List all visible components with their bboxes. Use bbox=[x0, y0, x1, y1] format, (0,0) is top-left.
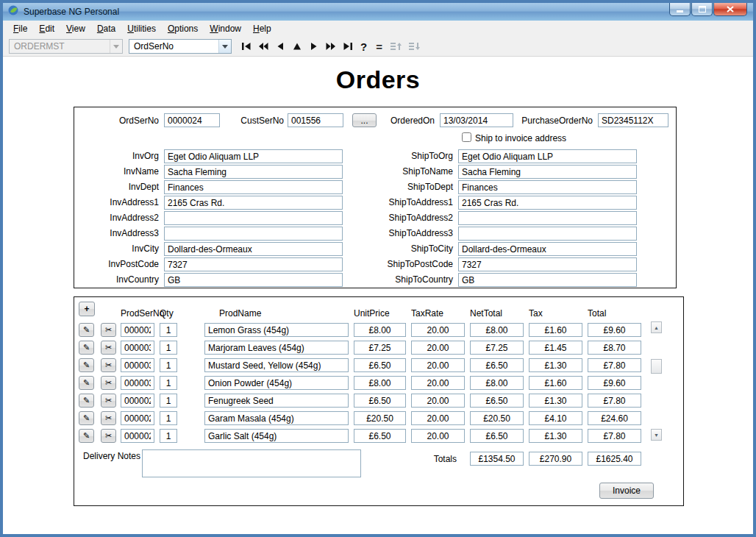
prodname-input[interactable] bbox=[204, 376, 349, 390]
shiptoaddress1-input[interactable] bbox=[458, 196, 637, 210]
menu-file[interactable]: File bbox=[7, 21, 33, 36]
prodname-input[interactable] bbox=[204, 394, 349, 408]
nettotal-input[interactable] bbox=[470, 411, 524, 425]
qty-input[interactable] bbox=[160, 323, 177, 337]
total-input[interactable] bbox=[588, 358, 641, 372]
prodserno-input[interactable] bbox=[121, 358, 154, 372]
menu-view[interactable]: View bbox=[60, 21, 91, 36]
chevron-down-icon[interactable] bbox=[218, 40, 231, 53]
totals-total-input[interactable] bbox=[588, 452, 641, 466]
unitprice-input[interactable] bbox=[354, 323, 406, 337]
qty-input[interactable] bbox=[160, 411, 177, 425]
total-input[interactable] bbox=[588, 394, 641, 408]
invcountry-input[interactable] bbox=[164, 273, 343, 287]
nettotal-input[interactable] bbox=[470, 323, 524, 337]
prodname-input[interactable] bbox=[204, 323, 349, 337]
prodname-input[interactable] bbox=[204, 429, 349, 443]
current-record-button[interactable] bbox=[290, 40, 303, 53]
shiptoorg-input[interactable] bbox=[458, 149, 637, 163]
invaddress2-input[interactable] bbox=[164, 211, 343, 225]
taxrate-input[interactable] bbox=[411, 358, 465, 372]
cut-row-button[interactable]: ✂ bbox=[101, 358, 116, 372]
last-record-button[interactable] bbox=[341, 40, 354, 53]
unitprice-input[interactable] bbox=[354, 341, 406, 355]
prodserno-input[interactable] bbox=[121, 411, 154, 425]
edit-row-button[interactable]: ✎ bbox=[79, 394, 94, 408]
first-record-button[interactable] bbox=[240, 40, 252, 53]
taxrate-input[interactable] bbox=[411, 323, 465, 337]
prodname-input[interactable] bbox=[204, 341, 349, 355]
maximize-button[interactable] bbox=[691, 3, 713, 16]
cut-row-button[interactable]: ✂ bbox=[101, 429, 116, 443]
nettotal-input[interactable] bbox=[470, 376, 524, 390]
custserno-input[interactable] bbox=[288, 113, 343, 127]
cut-row-button[interactable]: ✂ bbox=[101, 323, 116, 337]
menu-data[interactable]: Data bbox=[91, 21, 121, 36]
nettotal-input[interactable] bbox=[470, 429, 524, 443]
next-record-button[interactable] bbox=[307, 40, 320, 53]
menu-window[interactable]: Window bbox=[204, 21, 247, 36]
taxrate-input[interactable] bbox=[411, 429, 465, 443]
shiptocity-input[interactable] bbox=[458, 242, 637, 256]
taxrate-input[interactable] bbox=[411, 376, 465, 390]
shiptoaddress2-input[interactable] bbox=[458, 211, 637, 225]
unitprice-input[interactable] bbox=[354, 411, 406, 425]
ship-to-invoice-checkbox[interactable] bbox=[462, 132, 471, 142]
qty-input[interactable] bbox=[160, 341, 177, 355]
qty-input[interactable] bbox=[160, 394, 177, 408]
shiptodept-input[interactable] bbox=[458, 180, 637, 194]
cut-row-button[interactable]: ✂ bbox=[101, 376, 116, 390]
prodserno-input[interactable] bbox=[121, 429, 154, 443]
unitprice-input[interactable] bbox=[354, 429, 406, 443]
scrollbar-thumb[interactable] bbox=[651, 359, 662, 374]
equals-button[interactable]: = bbox=[376, 40, 382, 53]
prodserno-input[interactable] bbox=[121, 376, 154, 390]
field-select[interactable]: OrdSerNo bbox=[129, 39, 232, 54]
unitprice-input[interactable] bbox=[354, 394, 406, 408]
close-button[interactable] bbox=[713, 3, 747, 16]
cut-row-button[interactable]: ✂ bbox=[101, 411, 116, 425]
scrollbar-down-button[interactable]: ▼ bbox=[651, 429, 662, 441]
invaddress1-input[interactable] bbox=[164, 196, 343, 210]
cut-row-button[interactable]: ✂ bbox=[101, 341, 116, 355]
prodname-input[interactable] bbox=[204, 411, 349, 425]
delivery-notes-input[interactable] bbox=[142, 449, 361, 477]
tax-input[interactable] bbox=[529, 358, 582, 372]
unitprice-input[interactable] bbox=[354, 358, 406, 372]
qty-input[interactable] bbox=[160, 358, 177, 372]
taxrate-input[interactable] bbox=[411, 341, 465, 355]
invname-input[interactable] bbox=[164, 165, 343, 179]
invoice-button[interactable]: Invoice bbox=[599, 483, 654, 499]
purchaseorderno-input[interactable] bbox=[598, 113, 668, 127]
unitprice-input[interactable] bbox=[354, 376, 406, 390]
customer-lookup-button[interactable]: ... bbox=[352, 113, 377, 127]
shiptoaddress3-input[interactable] bbox=[458, 227, 637, 241]
fast-forward-button[interactable] bbox=[324, 40, 337, 53]
menu-utilities[interactable]: Utilities bbox=[121, 21, 162, 36]
ordserno-input[interactable] bbox=[164, 113, 220, 127]
menu-help[interactable]: Help bbox=[247, 21, 277, 36]
minimize-button[interactable] bbox=[669, 3, 691, 16]
total-input[interactable] bbox=[588, 429, 641, 443]
prodserno-input[interactable] bbox=[121, 341, 154, 355]
tax-input[interactable] bbox=[529, 323, 582, 337]
nettotal-input[interactable] bbox=[470, 358, 524, 372]
edit-row-button[interactable]: ✎ bbox=[79, 429, 94, 443]
total-input[interactable] bbox=[588, 376, 641, 390]
taxrate-input[interactable] bbox=[411, 394, 465, 408]
total-input[interactable] bbox=[588, 411, 641, 425]
edit-row-button[interactable]: ✎ bbox=[79, 376, 94, 390]
tax-input[interactable] bbox=[529, 411, 582, 425]
add-row-button[interactable]: + bbox=[79, 302, 95, 316]
totals-net-input[interactable] bbox=[470, 452, 524, 466]
shiptoname-input[interactable] bbox=[458, 165, 637, 179]
scrollbar-up-button[interactable]: ▲ bbox=[651, 321, 662, 333]
fast-rewind-button[interactable] bbox=[257, 40, 269, 53]
tax-input[interactable] bbox=[529, 376, 582, 390]
total-input[interactable] bbox=[588, 323, 641, 337]
prodserno-input[interactable] bbox=[121, 394, 154, 408]
invdept-input[interactable] bbox=[164, 180, 343, 194]
shiptopostcode-input[interactable] bbox=[458, 257, 637, 271]
taxrate-input[interactable] bbox=[411, 411, 465, 425]
orderedon-input[interactable] bbox=[440, 113, 513, 127]
